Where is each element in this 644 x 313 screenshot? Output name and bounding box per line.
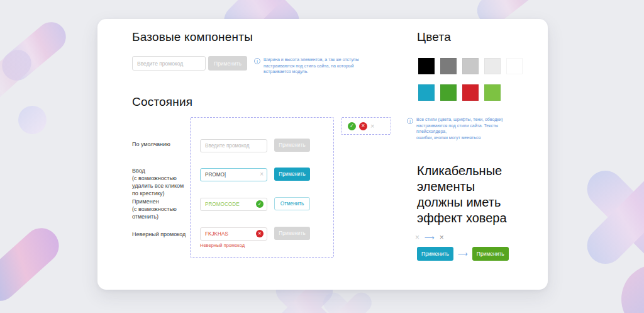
promo-module-styleguide-card: Базовые компоненты Применить i Ширина и … [97, 19, 548, 290]
state-label-typing: Ввод (с возможностью удалить все кликом … [132, 167, 195, 197]
status-icons-frame: ✓ ✕ × [341, 117, 391, 135]
state-label-invalid: Неверный промокод [132, 230, 201, 238]
info-icon-styles: i [407, 118, 413, 124]
color-swatch-black [418, 58, 435, 74]
hover-demo-buttons: Применить ⟶ Применить [417, 247, 509, 261]
apply-button-active[interactable]: Применить [274, 168, 310, 181]
decor-bottom-x-faint [318, 287, 377, 313]
apply-button-default[interactable]: Применить [274, 139, 310, 152]
arrow-right-icon-buttons: ⟶ [458, 251, 468, 258]
decor-left-edge-bar [0, 45, 36, 116]
apply-button-invalid-disabled[interactable]: Применить [274, 227, 310, 240]
states-title: Состояния [132, 94, 192, 109]
decor-left-circle [18, 106, 47, 134]
cancel-button[interactable]: Отменить [274, 197, 310, 210]
promo-code-input[interactable] [132, 56, 206, 71]
decor-right-x [575, 159, 644, 275]
check-circle-icon: ✓ [348, 122, 356, 130]
error-circle-icon: ✕ [359, 122, 367, 130]
apply-button-hovered[interactable]: Применить [472, 247, 509, 261]
apply-button-normal[interactable]: Применить [417, 247, 453, 261]
color-swatch-light-gray [462, 58, 479, 74]
color-swatch-white [506, 58, 523, 74]
color-swatch-red [462, 84, 479, 101]
arrow-right-icon: ⟶ [425, 234, 435, 241]
color-swatch-lighter-gray [484, 58, 501, 74]
grayscale-swatches [418, 58, 523, 74]
clear-input-icon[interactable]: × [260, 171, 264, 178]
state-label-applied: Применен (с возможностью отменить) [132, 198, 195, 220]
error-message: Неверный промокод [200, 242, 245, 248]
decor-left-pill [0, 16, 72, 87]
color-swatch-green [440, 84, 457, 101]
success-check-icon: ✓ [256, 200, 264, 208]
state-row-applied: ✓ [200, 197, 267, 210]
error-cross-icon: ✕ [256, 230, 264, 237]
promo-input-default[interactable] [200, 139, 267, 152]
colors-title: Цвета [417, 30, 451, 44]
colors-note: Все стили (цвета, шрифты, тени, обводки)… [416, 117, 530, 140]
close-icon: × [370, 123, 374, 130]
state-label-default: По умолчанию [132, 140, 195, 148]
close-icon-hover: × [440, 234, 444, 241]
close-icon-normal: × [415, 234, 419, 241]
hover-demo-icons: × ⟶ × [415, 234, 444, 241]
base-components-note: Ширина и высота элементов, а так же отст… [264, 57, 364, 75]
base-components-title: Базовые компоненты [132, 30, 253, 44]
decor-bottom-left-pill [0, 221, 66, 309]
accent-swatches [418, 84, 501, 101]
color-swatch-gray [440, 58, 457, 74]
color-swatch-light-green [484, 84, 501, 101]
color-swatch-teal [418, 84, 435, 101]
info-icon: i [254, 58, 260, 64]
design-canvas: Базовые компоненты Применить i Ширина и … [0, 0, 644, 313]
state-row-invalid: ✕ [200, 227, 267, 240]
state-row-typing: × [200, 168, 267, 181]
promo-input-typing[interactable] [200, 168, 267, 181]
decor-bottom-right-circle [621, 265, 644, 313]
apply-button-disabled[interactable]: Применить [208, 56, 247, 71]
state-row-default [200, 139, 267, 152]
hover-rule-title: Кликабельные элементы должны иметь эффек… [417, 163, 507, 226]
